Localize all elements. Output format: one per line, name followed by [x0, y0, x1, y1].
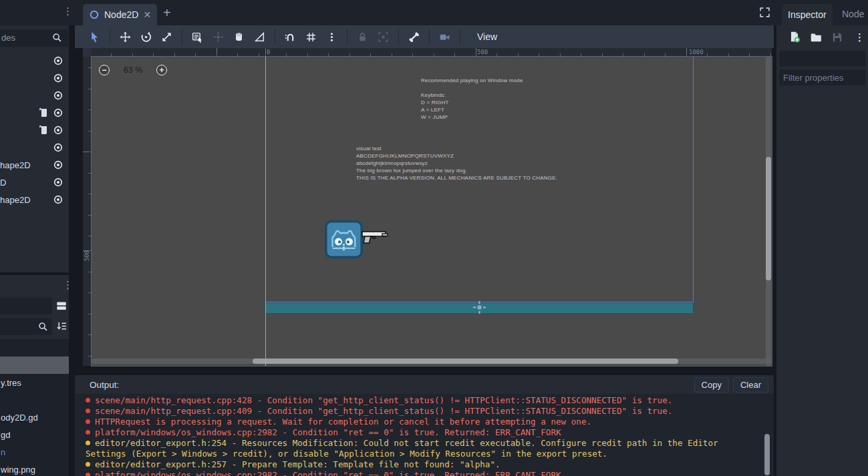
sort-files-icon[interactable]	[56, 320, 67, 332]
view-menu-button[interactable]: View	[472, 29, 502, 44]
close-tab-icon[interactable]: ✕	[143, 9, 151, 20]
output-title: Output:	[90, 380, 690, 390]
scene-tree-row[interactable]	[0, 139, 69, 156]
tab-node[interactable]: Node	[842, 9, 864, 19]
scene-tree-row[interactable]	[0, 122, 69, 139]
toolbar-separator	[460, 29, 460, 44]
pivot-mode-icon[interactable]	[212, 31, 224, 43]
visibility-eye-icon[interactable]	[53, 177, 63, 188]
output-header: Output: Copy Clear	[75, 375, 774, 394]
y-axis-line	[265, 57, 266, 366]
canvas-toolbar: View	[75, 25, 774, 48]
visibility-eye-icon[interactable]	[53, 125, 63, 136]
visibility-eye-icon[interactable]	[53, 73, 63, 83]
filesystem-search-input[interactable]	[0, 318, 52, 335]
game-visual-test-text: visual testABCDEFGHIJKLMNOPQRSTUVWXYZabc…	[356, 145, 557, 182]
file-row[interactable]	[0, 356, 69, 374]
resource-name-bar[interactable]	[779, 51, 865, 67]
warning-dot-icon	[86, 462, 90, 467]
grid-snap-icon[interactable]	[305, 31, 317, 43]
scene-tree-row[interactable]	[0, 87, 69, 104]
new-tab-button[interactable]: +	[163, 6, 171, 19]
ruler-left: 500	[83, 57, 92, 366]
load-resource-folder-icon[interactable]	[810, 31, 822, 43]
group-icon[interactable]	[378, 31, 389, 43]
filter-properties-input[interactable]	[779, 69, 865, 85]
scene-tab-node2d[interactable]: Node2D ✕	[83, 4, 157, 25]
toolbar-separator	[182, 29, 182, 44]
copy-button[interactable]: Copy	[694, 377, 729, 393]
error-dot-icon	[86, 409, 90, 413]
visibility-eye-icon[interactable]	[53, 107, 63, 118]
scene-tree-row[interactable]: D	[0, 174, 69, 191]
node-origin-gizmo[interactable]	[472, 300, 486, 314]
canvas-viewport[interactable]: − 63 % + Recommended playing on Window m…	[92, 57, 772, 366]
godot-editor-window: ⋮ Node2D ✕ + View 0	[0, 0, 868, 476]
error-dot-icon	[86, 398, 90, 403]
smart-snap-icon[interactable]	[285, 31, 296, 43]
scale-mode-icon[interactable]	[161, 31, 172, 43]
snap-options-icon[interactable]	[326, 31, 337, 43]
filesystem-list: y.tres ody2D.gd gd n wing.png	[0, 339, 69, 476]
file-row[interactable]	[0, 391, 69, 409]
zoom-out-button[interactable]: −	[99, 65, 110, 75]
file-row[interactable]: y.tres	[0, 374, 69, 391]
canvas-hscrollbar-thumb[interactable]	[253, 359, 678, 364]
file-row[interactable]: wing.png	[0, 461, 69, 476]
error-dot-icon	[86, 473, 90, 476]
search-icon	[52, 33, 62, 43]
save-resource-icon[interactable]	[831, 31, 843, 43]
inspector-menu-icon[interactable]: ⋮	[855, 32, 865, 42]
tab-inspector[interactable]: Inspector	[782, 4, 833, 25]
scene-tree-row[interactable]	[0, 52, 69, 69]
zoom-percent-label[interactable]: 63 %	[118, 65, 148, 75]
canvas-vscrollbar-thumb[interactable]	[766, 157, 771, 280]
new-resource-icon[interactable]	[788, 31, 801, 43]
filesystem-dock-menu-icon[interactable]: ⋮	[63, 280, 73, 290]
skeleton-bone-icon[interactable]	[408, 31, 420, 43]
output-log-line: editor/editor_export.h:257 - Prepare Tem…	[86, 459, 760, 470]
scene-tree-row[interactable]: hape2D	[0, 156, 69, 174]
player-sprite[interactable]	[325, 220, 363, 258]
file-row[interactable]: ody2D.gd	[0, 409, 69, 426]
output-log[interactable]: scene/main/http_request.cpp:428 - Condit…	[75, 394, 774, 476]
error-dot-icon	[86, 419, 90, 424]
output-scrollbar-thumb[interactable]	[764, 434, 770, 475]
scene-dock-menu-icon[interactable]: ⋮	[63, 6, 73, 16]
script-icon[interactable]	[38, 125, 49, 136]
file-row[interactable]: gd	[0, 426, 69, 443]
scene-tree-row[interactable]: hape2D	[0, 191, 69, 208]
visibility-eye-icon[interactable]	[53, 142, 63, 153]
toolbar-separator	[347, 29, 347, 44]
visibility-eye-icon[interactable]	[53, 90, 63, 101]
rotate-mode-icon[interactable]	[140, 31, 152, 43]
move-mode-icon[interactable]	[120, 31, 131, 43]
output-log-line: editor/editor_export.h:254 - Resources M…	[86, 438, 760, 459]
visibility-eye-icon[interactable]	[53, 160, 63, 170]
toolbar-separator	[110, 29, 110, 44]
game-keybinds-text: Keybinds:D = RIGHTA = LEFTW = JUMP	[421, 91, 449, 121]
file-row-current-scene[interactable]: n	[0, 443, 69, 461]
zoom-in-button[interactable]: +	[156, 65, 167, 75]
list-select-icon[interactable]	[192, 31, 203, 43]
visibility-eye-icon[interactable]	[53, 194, 63, 205]
expand-viewport-icon[interactable]	[759, 7, 770, 18]
ruler-mode-icon[interactable]	[254, 31, 265, 43]
pan-mode-icon[interactable]	[233, 31, 245, 43]
split-mode-icon[interactable]	[55, 300, 67, 312]
lock-icon[interactable]	[357, 31, 368, 43]
script-icon[interactable]	[38, 107, 49, 118]
scene-filter-text: des	[1, 33, 15, 43]
visibility-eye-icon[interactable]	[53, 55, 63, 66]
camera-override-icon[interactable]	[439, 31, 450, 43]
ruler-label: 0	[267, 49, 270, 55]
select-mode-icon[interactable]	[89, 31, 100, 43]
scene-filter-input[interactable]: des	[0, 29, 68, 47]
inspector-tab-label: Inspector	[788, 9, 827, 20]
viewport-right-boundary	[693, 57, 694, 302]
scene-tree-row[interactable]	[0, 69, 69, 87]
filesystem-path-bar[interactable]	[0, 298, 52, 314]
scene-tree-row[interactable]	[0, 104, 69, 122]
gun-sprite[interactable]	[361, 229, 388, 244]
clear-button[interactable]: Clear	[733, 377, 768, 393]
